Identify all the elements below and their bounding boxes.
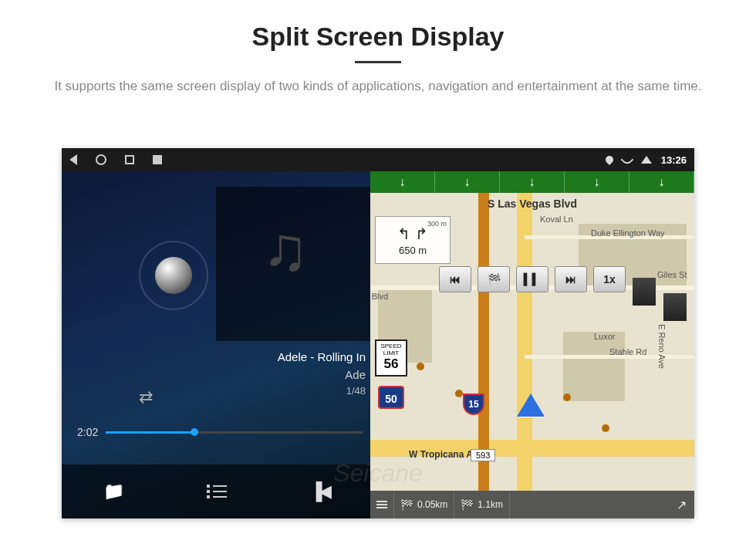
turn-secondary: 300 m (427, 220, 447, 228)
android-statusbar: 13:26 (62, 148, 694, 171)
screenshot-icon[interactable] (153, 155, 162, 164)
turn-panel: 300 m ↰ ↱ 650 m (375, 216, 451, 264)
music-pane: Adele - Rolling In Ade 1/48 ⇄ 2:02 (62, 171, 370, 518)
sim-speed-button[interactable]: 1x (593, 266, 626, 292)
music-note-icon (270, 229, 316, 299)
location-icon (604, 154, 615, 165)
dest-distance-2: 1.1km (454, 491, 510, 518)
back-icon[interactable] (69, 154, 77, 165)
track-artist: Ade (278, 366, 366, 384)
speed-limit-sign: SPEED LIMIT 56 (375, 339, 407, 377)
turn-left-icon: ↰ (397, 225, 410, 243)
gps-position-arrow (517, 393, 545, 417)
road-giles: Giles St (657, 270, 687, 279)
turn-right-icon: ↱ (415, 225, 428, 243)
road-reno: E Reno Ave (657, 324, 667, 369)
playlist-button[interactable] (207, 485, 227, 498)
lane-5 (629, 171, 694, 193)
track-title: Adele - Rolling In (278, 349, 366, 366)
tropicana-number: 593 (471, 449, 495, 461)
current-road-label: S Las Vegas Blvd (370, 198, 694, 210)
map-canvas[interactable]: S Las Vegas Blvd Koval Ln Duke Ellington… (370, 193, 694, 491)
poi-luxor: Luxor (594, 332, 616, 341)
map-bottombar: 0.05km 1.1km ↗ (370, 491, 694, 518)
album-art-placeholder (216, 187, 370, 341)
poi-marker (563, 393, 571, 401)
elapsed-time: 2:02 (77, 426, 98, 438)
menu-button[interactable] (370, 491, 394, 518)
map-topbar (370, 171, 694, 193)
road-vegas-blvd: Vegas Blvd (370, 292, 388, 301)
device-frame: 13:26 Adele - Rolling In Ade 1/48 ⇄ 2:02 (62, 148, 694, 518)
flag-icon (461, 498, 474, 511)
poi-marker (602, 424, 609, 432)
flag-icon (400, 498, 413, 511)
lane-1 (370, 171, 435, 193)
dest-distance-1: 0.05km (394, 491, 454, 518)
recents-icon[interactable] (125, 155, 134, 164)
track-info: Adele - Rolling In Ade 1/48 (278, 349, 366, 399)
poi-marker (455, 390, 463, 397)
road-koval: Koval Ln (540, 214, 573, 224)
sim-controls: ⏮ 🏁 ▍▍ ⏭ 1x (439, 266, 626, 292)
lane-2 (435, 171, 500, 193)
poi-marker (417, 363, 424, 370)
progress-bar[interactable] (106, 431, 363, 434)
previous-track-button[interactable] (310, 481, 329, 502)
road-stahle: Stahle Rd (609, 347, 646, 356)
sim-prev-button[interactable]: ⏮ (439, 266, 471, 292)
compass-button[interactable]: ↗ (677, 498, 694, 512)
navigation-pane: S Las Vegas Blvd Koval Ln Duke Ellington… (370, 171, 694, 518)
sim-next-button[interactable]: ⏭ (555, 266, 587, 292)
route-sign: 50 (378, 386, 404, 409)
page-subtitle: It supports the same screen display of t… (0, 77, 756, 96)
building-icon (663, 293, 687, 321)
progress-row: 2:02 (77, 426, 363, 438)
track-index: 1/48 (278, 383, 366, 399)
shuffle-button[interactable]: ⇄ (139, 387, 153, 407)
turn-distance: 650 m (399, 245, 427, 256)
wifi-icon (641, 156, 652, 164)
music-controls (62, 464, 370, 518)
clock-text: 13:26 (661, 154, 687, 166)
page-title: Split Screen Display (0, 22, 756, 52)
lane-3 (500, 171, 565, 193)
sim-pause-button[interactable]: ▍▍ (516, 266, 548, 292)
volume-dial[interactable] (139, 241, 208, 310)
sim-flag-button[interactable]: 🏁 (478, 266, 510, 292)
lane-4 (565, 171, 629, 193)
phone-icon (620, 154, 633, 167)
home-icon[interactable] (96, 154, 106, 165)
title-underline (355, 61, 401, 63)
building-icon (633, 278, 656, 306)
folder-button[interactable] (103, 481, 124, 502)
interstate-sign: 15 (463, 393, 484, 415)
road-duke: Duke Ellington Way (591, 228, 665, 238)
